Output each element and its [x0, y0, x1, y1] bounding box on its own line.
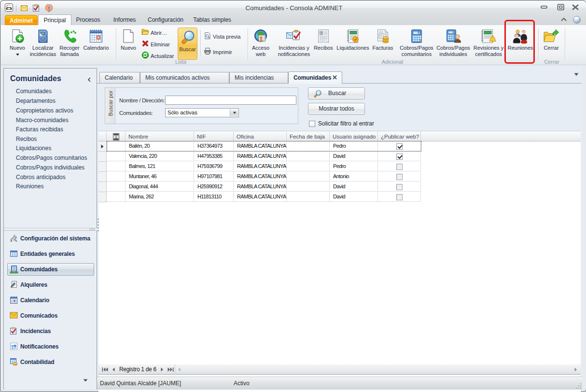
svg-text:0: 0	[452, 31, 454, 34]
svg-text:T: T	[321, 32, 322, 35]
svg-text:0: 0	[418, 31, 419, 35]
